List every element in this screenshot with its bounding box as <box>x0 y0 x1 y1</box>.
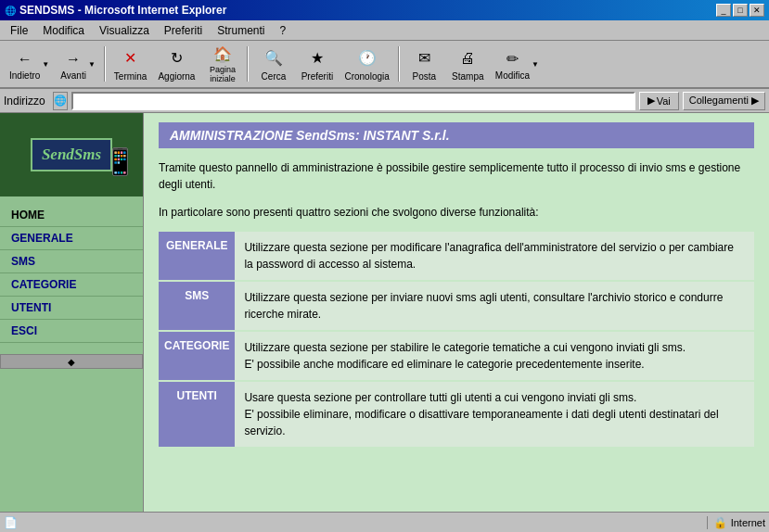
edit-label: Modifica <box>495 70 530 81</box>
mail-icon: ✉ <box>413 47 435 70</box>
links-label: Collegamenti ▶ <box>689 95 759 107</box>
logo-text: SendSms <box>42 146 101 163</box>
menu-file[interactable]: File <box>5 22 33 39</box>
favorites-label: Preferiti <box>301 71 333 82</box>
section-label-utenti[interactable]: UTENTI <box>159 381 235 448</box>
stop-button[interactable]: ✕ Termina <box>109 44 152 84</box>
section-desc-utenti: Usare questa sezione per controllare tut… <box>235 381 754 448</box>
minimize-button[interactable]: _ <box>716 4 731 17</box>
sidebar-item-categorie[interactable]: CATEGORIE <box>0 273 143 297</box>
table-row: SMS Utilizzare questa sezione per inviar… <box>159 281 754 331</box>
page-title-company: INSTANT S.r.l. <box>363 128 449 143</box>
forward-label: Avanti <box>60 70 86 81</box>
content-area: AMMINISTRAZIONE SendSms: INSTANT S.r.l. … <box>144 113 769 512</box>
menu-modifica[interactable]: Modifica <box>37 22 90 39</box>
mail-button[interactable]: ✉ Posta <box>404 44 445 84</box>
go-button[interactable]: ▶ Vai <box>639 92 679 110</box>
forward-button[interactable]: → Avanti ▼ <box>56 44 100 84</box>
back-arrow[interactable]: ▼ <box>42 60 49 69</box>
status-right: 🔒 Internet <box>707 516 765 529</box>
refresh-label: Aggiorna <box>158 71 195 82</box>
home-button[interactable]: 🏠 Paginainiziale <box>201 44 243 84</box>
search-label: Cerca <box>262 71 287 82</box>
section-label-generale[interactable]: GENERALE <box>159 232 235 281</box>
history-button[interactable]: 🕐 Cronologia <box>340 44 393 84</box>
window-title: SENDSMS - Microsoft Internet Explorer <box>19 4 226 17</box>
back-button[interactable]: ← Indietro ▼ <box>5 44 54 84</box>
edit-icon: ✏ <box>501 48 523 70</box>
lock-icon: 🔒 <box>713 516 727 529</box>
stop-icon: ✕ <box>120 47 142 70</box>
toolbar-separator-3 <box>398 46 400 82</box>
section-desc-sms: Utilizzare questa sezione per inviare nu… <box>235 281 754 331</box>
page-title-main: AMMINISTRAZIONE SendSms: <box>170 128 363 143</box>
status-bar: 📄 🔒 Internet <box>0 512 769 532</box>
sidebar-item-esci[interactable]: ESCI <box>0 320 143 343</box>
app-icon: 🌐 <box>5 6 16 16</box>
menu-strumenti[interactable]: Strumenti <box>211 22 270 39</box>
sidebar-item-home[interactable]: HOME <box>0 204 143 227</box>
address-input[interactable] <box>71 92 635 110</box>
sidebar-item-sms[interactable]: SMS <box>0 250 143 273</box>
sidebar-item-generale[interactable]: GENERALE <box>0 227 143 250</box>
print-icon: 🖨 <box>456 47 479 70</box>
edit-button[interactable]: ✏ Modifica ▼ <box>491 44 544 84</box>
toolbar: ← Indietro ▼ → Avanti ▼ ✕ Termina ↻ Aggi… <box>0 41 769 89</box>
back-label: Indietro <box>9 70 40 81</box>
history-icon: 🕐 <box>356 47 378 70</box>
close-button[interactable]: ✕ <box>750 4 764 17</box>
home-label: Paginainiziale <box>210 65 236 83</box>
history-label: Cronologia <box>344 71 389 82</box>
section-label-categorie[interactable]: CATEGORIE <box>159 331 235 381</box>
table-row: GENERALE Utilizzare questa sezione per m… <box>159 232 754 281</box>
home-icon: 🏠 <box>211 45 234 63</box>
status-internet-text: Internet <box>731 517 765 528</box>
menu-help[interactable]: ? <box>275 22 292 39</box>
toolbar-separator-1 <box>104 46 106 82</box>
forward-icon: → <box>62 48 84 70</box>
address-bar: Indirizzo 🌐 ▶ Vai Collegamenti ▶ <box>0 89 769 113</box>
refresh-button[interactable]: ↻ Aggiorna <box>153 44 199 84</box>
menu-visualizza[interactable]: Visualizza <box>94 22 155 39</box>
title-bar: 🌐 SENDSMS - Microsoft Internet Explorer … <box>0 0 769 20</box>
forward-arrow[interactable]: ▼ <box>88 60 96 69</box>
sidebar: SendSms 📱 HOME GENERALE SMS CATEGORIE UT… <box>0 113 144 512</box>
sidebar-scrollbar[interactable]: ◆ <box>0 354 143 369</box>
address-label: Indirizzo <box>4 95 45 108</box>
favorites-icon: ★ <box>306 47 328 70</box>
stop-label: Termina <box>114 71 147 82</box>
print-button[interactable]: 🖨 Stampa <box>447 44 489 84</box>
section-desc-categorie: Utilizzare questa sezione per stabilire … <box>235 331 754 381</box>
mail-label: Posta <box>413 71 437 82</box>
toolbar-separator-2 <box>247 46 249 82</box>
page-icon: 📄 <box>4 516 18 529</box>
table-row: UTENTI Usare questa sezione per controll… <box>159 381 754 448</box>
sidebar-item-utenti[interactable]: UTENTI <box>0 297 143 320</box>
links-button[interactable]: Collegamenti ▶ <box>683 92 765 110</box>
search-icon: 🔍 <box>263 47 285 70</box>
go-label: Vai <box>657 95 671 107</box>
table-row: CATEGORIE Utilizzare questa sezione per … <box>159 331 754 381</box>
intro-paragraph-1: Tramite questo pannello di amministrazio… <box>159 159 754 193</box>
menu-preferiti[interactable]: Preferiti <box>159 22 208 39</box>
content-inner: AMMINISTRAZIONE SendSms: INSTANT S.r.l. … <box>144 113 769 458</box>
print-label: Stampa <box>452 71 483 82</box>
main-area: SendSms 📱 HOME GENERALE SMS CATEGORIE UT… <box>0 113 769 512</box>
menu-bar: File Modifica Visualizza Preferiti Strum… <box>0 20 769 41</box>
sidebar-logo: SendSms 📱 <box>0 113 143 196</box>
edit-arrow[interactable]: ▼ <box>532 60 539 69</box>
status-left: 📄 <box>4 516 703 529</box>
search-button[interactable]: 🔍 Cerca <box>252 44 294 84</box>
intro-paragraph-2: In particolare sono presenti quattro sez… <box>159 204 754 221</box>
go-arrow-icon: ▶ <box>647 95 655 107</box>
section-label-sms[interactable]: SMS <box>159 281 235 331</box>
maximize-button[interactable]: □ <box>733 4 748 17</box>
window-controls: _ □ ✕ <box>716 4 764 17</box>
favorites-button[interactable]: ★ Preferiti <box>296 44 338 84</box>
sections-table: GENERALE Utilizzare questa sezione per m… <box>159 232 754 449</box>
back-icon: ← <box>14 48 36 70</box>
page-title: AMMINISTRAZIONE SendSms: INSTANT S.r.l. <box>159 122 754 148</box>
phone-icon: 📱 <box>104 146 136 177</box>
sidebar-nav: HOME GENERALE SMS CATEGORIE UTENTI ESCI <box>0 196 143 350</box>
section-desc-generale: Utilizzare questa sezione per modificare… <box>235 232 754 281</box>
